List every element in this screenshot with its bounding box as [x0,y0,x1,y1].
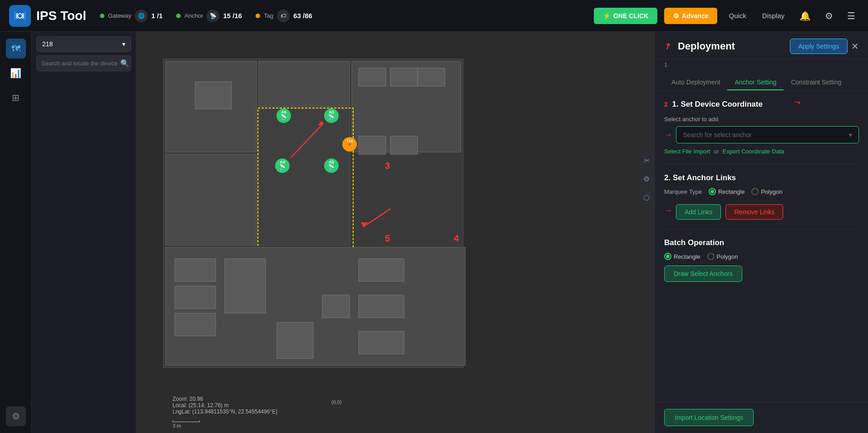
panel-title: Deployment [678,40,735,52]
svg-text:📡: 📡 [279,163,286,170]
svg-rect-22 [277,322,313,359]
svg-rect-12 [418,68,445,86]
anchor-select-placeholder: Search for select anchor [683,131,752,138]
svg-rect-6 [259,109,350,245]
marquee-rectangle-radio[interactable]: Rectangle [709,188,745,195]
menu-button[interactable]: ☰ [843,8,859,24]
arrow-to-links: → [664,206,672,216]
nav-quick[interactable]: Quick [724,10,750,22]
left-panel: 218 ▾ 🔍 [32,32,136,433]
floor-dropdown-icon: ▾ [122,40,125,48]
import-location-settings-button[interactable]: Import Location Settings [664,409,754,426]
oneclick-button[interactable]: ⚡ ONE CLICK [594,8,657,24]
nav-display[interactable]: Display [758,10,789,22]
svg-text:A5: A5 [329,160,334,164]
svg-text:A4: A4 [280,160,285,164]
tag-status: Tag 🏷 63 /86 [256,10,312,22]
batch-radio-row: Rectangle Polygon [664,253,859,260]
tag-dot [256,14,260,18]
export-coordinate-link[interactable]: Export Coordinate Data [723,148,784,155]
svg-rect-23 [322,295,350,318]
add-links-button[interactable]: Add Links [676,204,721,220]
step-indicator: 1 [655,59,868,70]
batch-rectangle-label: Rectangle [674,253,700,260]
batch-polygon-radio[interactable]: Polygon [707,253,738,260]
advance-button[interactable]: ⚙ Advance [664,8,717,24]
svg-text:4: 4 [454,233,459,243]
select-file-import-link[interactable]: Select File Import [664,148,710,155]
arrow-to-search: → [664,130,672,140]
origin-label: (0,0) [331,399,342,405]
apply-settings-button[interactable]: Apply Settings [790,39,848,54]
device-search-input[interactable] [41,60,118,67]
map-area[interactable]: A6 📡 A3 📡 A4 📡 A5 📡 T34 📍 [136,32,655,433]
svg-rect-1 [163,59,463,368]
settings-icon-btn[interactable]: ⚙ [638,171,655,187]
marquee-polygon-radio[interactable]: Polygon [751,188,782,195]
svg-point-30 [275,158,290,173]
separator: or [714,148,719,155]
svg-text:📍: 📍 [347,143,353,148]
header-right: ⚡ ONE CLICK ⚙ Advance Quick Display 🔔 ⚙ … [594,8,859,24]
sidebar-item-analytics[interactable]: 📊 [6,63,26,83]
map-status: Zoom: 20.96 Local: (25.14, 12.76) m LngL… [173,396,277,415]
dropdown-arrow-icon: ▾ [849,131,852,138]
links-row-container: → Add Links Remove Links [664,202,859,220]
svg-rect-16 [175,286,216,309]
app-title: IPS Tool [36,9,86,23]
settings-button[interactable]: ⚙ [821,8,837,24]
sidebar-item-grid[interactable]: ⊞ [6,88,26,108]
oneclick-label: ONE CLICK [613,12,648,20]
svg-rect-21 [359,331,404,354]
sidebar-settings-button[interactable]: ⚙ [6,406,26,426]
marquee-type-row: Marquee Type Rectangle Polygon [664,188,859,195]
panel-tabs: Auto Deployment Anchor Setting Constrain… [655,70,868,91]
draw-select-anchors-button[interactable]: Draw Select Anchors [664,266,742,282]
gateway-icon: 🌐 [135,10,148,22]
svg-line-41 [363,209,390,227]
remove-links-button[interactable]: Remove Links [725,204,783,220]
search-icon: 🔍 [120,59,129,68]
scissor-icon-btn[interactable]: ✂ [638,152,655,168]
svg-rect-5 [166,154,256,245]
lnglat-value: (113.94811535°N, 22.54554496°E) [192,408,277,415]
svg-rect-15 [175,259,216,281]
map-right-icons: ✂ ⚙ ⬡ [638,152,655,206]
local-value: (25.14, 12.76) m [188,402,228,408]
scale-bar: 3 m [173,420,200,428]
svg-rect-13 [359,136,386,154]
anchor-label: Anchor [184,12,203,19]
gateway-count: 1 /1 [151,12,163,20]
tab-auto-deployment[interactable]: Auto Deployment [664,75,727,90]
svg-line-39 [291,123,323,158]
sidebar: 🗺 📊 ⊞ ⚙ [0,32,32,433]
svg-rect-8 [166,247,465,365]
links-buttons-row: Add Links Remove Links [676,204,783,220]
svg-rect-7 [258,108,353,249]
zoom-value: 20.96 [189,396,203,402]
tab-constraint-setting[interactable]: Constraint Setting [784,75,848,90]
svg-rect-17 [175,313,216,336]
layers-icon-btn[interactable]: ⬡ [638,189,655,206]
tag-label: Tag [264,12,273,19]
lnglat-info: LngLat: (113.94811535°N, 22.54554496°E) [173,408,277,415]
svg-marker-42 [361,222,368,227]
anchor-dot [176,14,181,18]
floor-select[interactable]: 218 ▾ [36,36,131,52]
svg-point-33 [324,158,339,173]
annotation-arrows [136,32,655,433]
svg-point-36 [342,137,357,152]
batch-rectangle-radio[interactable]: Rectangle [664,253,700,260]
gateway-status: Gateway 🌐 1 /1 [100,10,163,22]
svg-rect-11 [390,68,418,86]
panel-close-button[interactable]: ✕ [851,41,859,52]
sidebar-item-map[interactable]: 🗺 [6,39,26,59]
arrow-annotation-1: ↗ [662,40,673,53]
anchor-select-dropdown[interactable]: Search for select anchor ▾ [676,126,859,143]
tag-icon: 🏷 [277,10,290,22]
batch-section: Batch Operation Rectangle Polygon Draw S… [664,238,859,282]
advance-label: Advance [682,12,708,20]
tab-anchor-setting[interactable]: Anchor Setting [727,75,784,90]
notification-button[interactable]: 🔔 [796,8,814,24]
tag-count: 63 /86 [293,12,312,20]
